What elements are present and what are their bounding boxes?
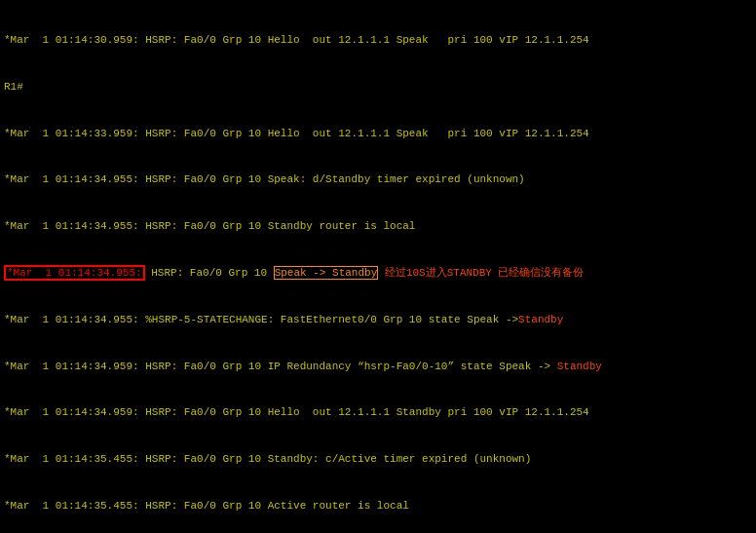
line-4: *Mar 1 01:14:34.955: HSRP: Fa0/0 Grp 10 … <box>4 172 752 188</box>
line-2: R1# <box>4 80 752 95</box>
annotation-statechange: Standby <box>518 314 563 325</box>
timestamp-box-1: *Mar 1 01:14:34.955: <box>4 265 145 281</box>
line-11: *Mar 1 01:14:35.455: HSRP: Fa0/0 Grp 10 … <box>4 499 752 514</box>
line-7: *Mar 1 01:14:34.955: %HSRP-5-STATECHANGE… <box>4 313 752 328</box>
line-9: *Mar 1 01:14:34.959: HSRP: Fa0/0 Grp 10 … <box>4 405 752 421</box>
line-8: *Mar 1 01:14:34.959: HSRP: Fa0/0 Grp 10 … <box>4 360 752 375</box>
annotation-1: 经过10S进入STANDBY 已经确信没有备份 <box>378 267 584 279</box>
line-6: *Mar 1 01:14:34.955: HSRP: Fa0/0 Grp 10 … <box>4 266 752 282</box>
line-3: *Mar 1 01:14:33.959: HSRP: Fa0/0 Grp 10 … <box>4 127 752 142</box>
line-10: *Mar 1 01:14:35.455: HSRP: Fa0/0 Grp 10 … <box>4 452 752 468</box>
speak-standby-box: Speak -> Standby <box>274 266 379 280</box>
terminal-window: *Mar 1 01:14:30.959: HSRP: Fa0/0 Grp 10 … <box>0 0 756 533</box>
line-5: *Mar 1 01:14:34.955: HSRP: Fa0/0 Grp 10 … <box>4 219 752 235</box>
annotation-speak: Standby <box>550 361 602 372</box>
line-1: *Mar 1 01:14:30.959: HSRP: Fa0/0 Grp 10 … <box>4 33 752 49</box>
